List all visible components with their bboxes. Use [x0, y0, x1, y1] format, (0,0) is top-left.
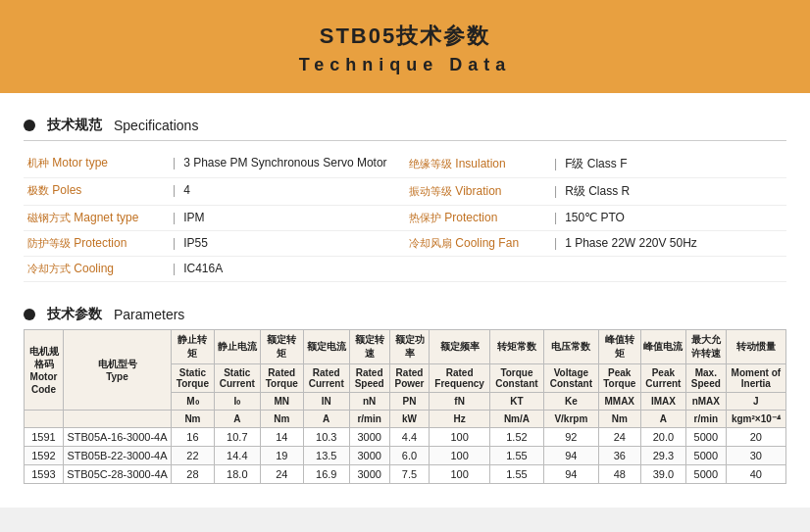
spec-row-right: 热保护 Protection | 150℃ PTO — [405, 206, 786, 231]
specs-title-en: Specifications — [114, 118, 198, 133]
spec-value: 4 — [183, 183, 190, 197]
col-header-en-13: Max. Speed — [685, 364, 726, 393]
spec-label: 冷却方式 Cooling — [27, 262, 165, 276]
cell-type: STB05C-28-3000-4A — [64, 465, 172, 484]
col-header-cn-14: 转动惯量 — [726, 330, 785, 364]
table-row: 1592STB05B-22-3000-4A2214.41913.530006.0… — [25, 447, 786, 465]
col-sym-7: PN — [389, 393, 430, 411]
spec-value: IP55 — [183, 236, 208, 250]
cell-val-6: 100 — [430, 465, 489, 484]
col-sym-4: MN — [260, 393, 303, 411]
spec-value: IPM — [183, 211, 204, 224]
cell-val-8: 94 — [544, 465, 599, 484]
col-header-cn-7: 额定功率 — [389, 330, 430, 364]
col-header-cn-10: 电压常数 — [544, 330, 599, 364]
col-unit-3: A — [214, 411, 260, 428]
spec-label: 绝缘等级 Insulation — [409, 157, 546, 171]
col-unit-7: kW — [389, 411, 430, 428]
cell-val-4: 3000 — [349, 447, 389, 465]
header-title-cn: STB05技术参数 — [10, 22, 800, 51]
table-row: 1593STB05C-28-3000-4A2818.02416.930007.5… — [25, 465, 786, 484]
col-sym-2: M₀ — [172, 393, 215, 411]
specs-bullet — [24, 120, 35, 131]
col-header-cn-4: 额定转矩 — [260, 330, 303, 364]
cell-val-11: 5000 — [685, 447, 726, 465]
col-unit-2: Nm — [172, 411, 215, 428]
cell-val-12: 20 — [726, 428, 785, 447]
col-header-en-4: Rated Torque — [260, 364, 303, 393]
spec-label: 热保护 Protection — [409, 211, 546, 225]
spec-row-right: 振动等级 Vibration | R级 Class R — [405, 178, 786, 206]
col-sym-10: Ke — [544, 393, 599, 411]
cell-val-2: 14 — [260, 428, 303, 447]
spec-row-right: 冷却风扇 Cooling Fan | 1 Phase 22W 220V 50Hz — [405, 231, 786, 257]
spec-value: F级 Class F — [565, 156, 627, 172]
col-header-en-12: Peak Current — [640, 364, 685, 393]
cell-val-7: 1.55 — [489, 465, 543, 484]
col-unit-6: r/min — [349, 411, 389, 428]
spec-row-left: 冷却方式 Cooling | IC416A — [24, 257, 405, 282]
params-area: 电机规格码Motor Code电机型号Type静止转矩静止电流额定转矩额定电流额… — [24, 329, 786, 484]
cell-val-8: 94 — [544, 447, 599, 465]
col-motor-code: 电机规格码Motor Code — [25, 330, 64, 411]
col-unit-9: Nm/A — [489, 411, 543, 428]
cell-val-8: 92 — [544, 428, 599, 447]
spec-row-right — [405, 257, 786, 282]
col-header-cn-8: 额定频率 — [430, 330, 489, 364]
cell-val-4: 3000 — [349, 428, 389, 447]
cell-val-11: 5000 — [685, 465, 726, 484]
spec-value: R级 Class R — [565, 183, 630, 200]
cell-val-10: 29.3 — [640, 447, 685, 465]
col-header-en-14: Moment of Inertia — [726, 364, 785, 393]
col-unit-10: V/krpm — [544, 411, 599, 428]
col-header-en-3: Static Current — [214, 364, 260, 393]
cell-code: 1592 — [25, 447, 64, 465]
spec-label: 磁钢方式 Magnet type — [27, 211, 165, 225]
spec-row-left: 防护等级 Protection | IP55 — [24, 231, 405, 257]
cell-type: STB05B-22-3000-4A — [64, 447, 172, 465]
col-header-en-9: Torque Constant — [489, 364, 543, 393]
cell-val-2: 24 — [260, 465, 303, 484]
cell-type: STB05A-16-3000-4A — [64, 428, 172, 447]
cell-val-0: 16 — [172, 428, 215, 447]
col-header-cn-13: 最大允许转速 — [685, 330, 726, 364]
col-header-cn-5: 额定电流 — [303, 330, 349, 364]
specs-section-header: 技术规范 Specifications — [0, 109, 810, 140]
spec-row-left: 磁钢方式 Magnet type | IPM — [24, 206, 405, 231]
cell-val-2: 19 — [260, 447, 303, 465]
specs-title-cn: 技术规范 — [47, 117, 102, 134]
col-header-cn-11: 峰值转矩 — [598, 330, 640, 364]
params-title-cn: 技术参数 — [47, 306, 102, 323]
cell-val-3: 10.3 — [303, 428, 349, 447]
col-unit-5: A — [303, 411, 349, 428]
cell-val-5: 7.5 — [389, 465, 430, 484]
cell-val-6: 100 — [430, 447, 489, 465]
col-sym-3: I₀ — [214, 393, 260, 411]
header-title-en: Technique Data — [10, 55, 800, 75]
spec-label: 冷却风扇 Cooling Fan — [409, 236, 546, 251]
col-header-en-10: Voltage Constant — [544, 364, 599, 393]
col-unit-11: Nm — [598, 411, 640, 428]
col-unit-4: Nm — [260, 411, 303, 428]
cell-val-5: 6.0 — [389, 447, 430, 465]
col-unit-14: kgm²×10⁻⁴ — [726, 411, 785, 428]
spec-label: 极数 Poles — [27, 183, 165, 198]
cell-val-3: 16.9 — [303, 465, 349, 484]
col-unit-13: r/min — [685, 411, 726, 428]
col-sym-8: fN — [430, 393, 489, 411]
header: STB05技术参数 Technique Data — [0, 0, 810, 93]
params-title-en: Parameters — [114, 307, 184, 322]
col-sym-6: nN — [349, 393, 389, 411]
cell-val-1: 14.4 — [214, 447, 260, 465]
cell-val-0: 28 — [172, 465, 215, 484]
col-header-cn-3: 静止电流 — [214, 330, 260, 364]
cell-val-3: 13.5 — [303, 447, 349, 465]
specs-grid: 机种 Motor type | 3 Phase PM Synchronous S… — [24, 151, 786, 282]
spec-value: 3 Phase PM Synchronous Servo Motor — [183, 156, 386, 169]
spec-row-left: 极数 Poles | 4 — [24, 178, 405, 206]
table-row: 1591STB05A-16-3000-4A1610.71410.330004.4… — [25, 428, 786, 447]
cell-val-9: 48 — [598, 465, 640, 484]
col-sym-12: IMAX — [640, 393, 685, 411]
cell-val-9: 36 — [598, 447, 640, 465]
cell-val-0: 22 — [172, 447, 215, 465]
